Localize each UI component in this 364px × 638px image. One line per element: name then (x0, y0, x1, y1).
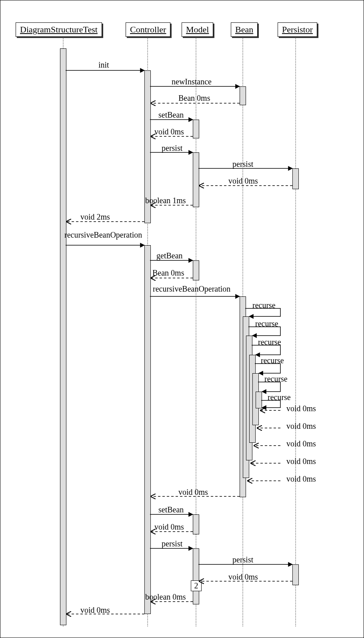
arrow-layer (0, 0, 364, 638)
diagram-frame: DiagramStructureTest Controller Model Be… (0, 0, 364, 638)
